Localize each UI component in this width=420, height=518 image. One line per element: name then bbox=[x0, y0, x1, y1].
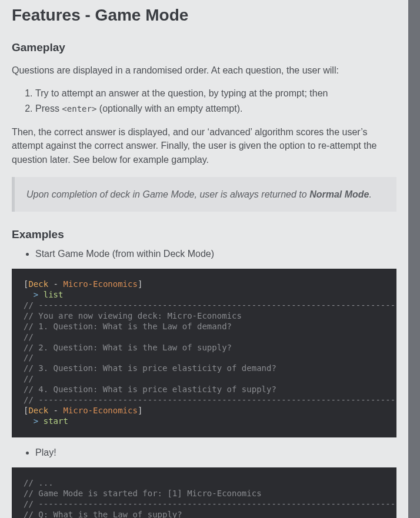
callout-prefix: Upon completion of deck in Game Mode, us… bbox=[26, 189, 309, 199]
dash-token: - bbox=[48, 406, 63, 415]
deck-token: Deck bbox=[28, 279, 48, 289]
deck-token: Deck bbox=[28, 406, 48, 415]
comment-line: // -------------------------------------… bbox=[24, 395, 396, 405]
after-steps-text: Then, the correct answer is displayed, a… bbox=[12, 125, 396, 166]
prompt-token: > bbox=[24, 416, 44, 426]
page-title: Features - Game Mode bbox=[12, 0, 396, 28]
example-list-1: Start Game Mode (from within Deck Mode) bbox=[12, 247, 396, 260]
prompt-token: > bbox=[24, 290, 44, 299]
comment-line: // 1. Question: What is the Law of deman… bbox=[24, 322, 232, 331]
example-list-2: Play! bbox=[12, 446, 396, 459]
example-bullet-1: Start Game Mode (from within Deck Mode) bbox=[35, 247, 396, 260]
code-block-1: [Deck - Micro-Economics] > list // -----… bbox=[12, 269, 396, 437]
cmd-start: start bbox=[44, 416, 68, 426]
comment-line: // 3. Question: What is price elasticity… bbox=[24, 363, 276, 373]
comment-line: // bbox=[24, 332, 34, 342]
bracket-close: ] bbox=[138, 406, 142, 415]
comment-line: // ... bbox=[24, 478, 54, 487]
comment-line: // You are now viewing deck: Micro-Econo… bbox=[24, 311, 242, 320]
comment-line: // 4. Question: What is price elasticity… bbox=[24, 385, 276, 394]
bracket-close: ] bbox=[138, 279, 142, 289]
comment-line: // -------------------------------------… bbox=[24, 499, 396, 509]
comment-line: // Game Mode is started for: [1] Micro-E… bbox=[24, 489, 262, 498]
comment-line: // -------------------------------------… bbox=[24, 300, 396, 310]
step-2: Press <enter> (optionally with an empty … bbox=[35, 102, 396, 116]
callout-bold: Normal Mode bbox=[309, 189, 369, 199]
gameplay-heading: Gameplay bbox=[12, 41, 396, 54]
example-bullet-2: Play! bbox=[35, 446, 396, 459]
content-wrapper: Features - Game Mode Gameplay Questions … bbox=[0, 0, 408, 518]
callout-suffix: . bbox=[369, 189, 371, 199]
dash-token: - bbox=[48, 279, 63, 289]
step-1: Try to attempt an answer at the question… bbox=[35, 86, 396, 101]
cmd-list: list bbox=[44, 290, 64, 299]
code-block-2: // ... // Game Mode is started for: [1] … bbox=[12, 467, 396, 518]
examples-heading: Examples bbox=[12, 228, 396, 241]
step-2-suffix: (optionally with an empty attempt). bbox=[96, 103, 242, 113]
comment-line: // 2. Question: What is the Law of suppl… bbox=[24, 343, 232, 352]
deck-name-token: Micro-Economics bbox=[63, 406, 137, 415]
callout-note: Upon completion of deck in Game Mode, us… bbox=[12, 177, 396, 212]
document-page: Features - Game Mode Gameplay Questions … bbox=[0, 0, 408, 518]
comment-line: // bbox=[24, 374, 34, 383]
comment-line: // Q: What is the Law of supply? bbox=[24, 510, 182, 518]
steps-list: Try to attempt an answer at the question… bbox=[12, 86, 396, 116]
step-2-prefix: Press bbox=[35, 103, 62, 113]
comment-line: // bbox=[24, 353, 34, 362]
enter-key-code: <enter> bbox=[62, 104, 96, 113]
gameplay-intro: Questions are displayed in a randomised … bbox=[12, 64, 396, 77]
deck-name-token: Micro-Economics bbox=[63, 279, 137, 289]
